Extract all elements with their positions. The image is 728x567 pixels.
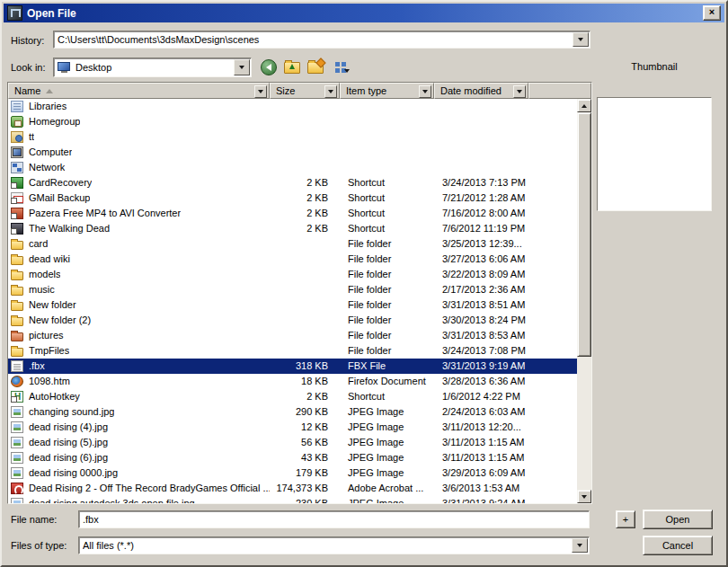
look-in-label: Look in: — [11, 58, 46, 76]
scrollbar-thumb[interactable] — [577, 112, 591, 357]
file-date-text: 3/24/2013 7:13 PM — [434, 175, 528, 190]
scroll-up-icon[interactable] — [577, 99, 591, 112]
file-date-text: 3/28/2013 6:36 AM — [434, 374, 528, 389]
history-dropdown-icon[interactable] — [573, 32, 589, 47]
firefox-icon — [11, 376, 23, 387]
look-in-combobox[interactable]: Desktop — [53, 58, 252, 77]
fbx-icon — [11, 360, 23, 372]
app-red-icon — [11, 208, 23, 219]
file-row[interactable]: Pazera Free MP4 to AVI Converter2 KBShor… — [8, 206, 577, 221]
file-name-text: pictures — [29, 328, 64, 343]
date-modified-column-filter-button[interactable] — [513, 85, 526, 98]
file-name-text: tt — [29, 129, 34, 145]
folder-icon — [11, 241, 23, 250]
size-column-filter-button[interactable] — [324, 85, 337, 98]
file-row[interactable]: Computer — [8, 145, 577, 160]
look-in-dropdown-icon[interactable] — [234, 59, 250, 75]
file-row[interactable]: cardFile folder3/25/2013 12:39... — [8, 236, 577, 252]
files-of-type-label: Files of type: — [11, 536, 67, 554]
close-button[interactable]: × — [703, 5, 721, 21]
file-size-text: 2 KB — [270, 206, 340, 221]
file-row[interactable]: tt — [8, 129, 577, 145]
desktop-icon — [58, 62, 71, 74]
file-date-text: 3/11/2013 1:15 AM — [434, 435, 528, 450]
open-button[interactable]: Open — [643, 509, 713, 529]
file-size-text: 43 KB — [270, 450, 340, 465]
file-row[interactable]: dead rising (6).jpg43 KBJPEG Image3/11/2… — [8, 450, 577, 465]
file-row[interactable]: musicFile folder2/17/2013 2:36 AM — [8, 282, 577, 297]
file-date-text: 3/6/2013 1:53 AM — [434, 481, 528, 496]
column-header-name[interactable]: Name — [8, 83, 270, 99]
libraries-icon — [11, 101, 23, 112]
folder-icon — [11, 348, 23, 357]
file-list: LibrariesHomegroupttComputerNetworkCardR… — [8, 99, 577, 503]
file-size-text: 18 KB — [270, 374, 340, 389]
new-folder-icon — [307, 62, 324, 74]
file-type-text: JPEG Image — [340, 465, 434, 481]
file-size-text: 318 KB — [270, 359, 340, 374]
file-size-text: 179 KB — [270, 465, 340, 481]
file-row[interactable]: Network — [8, 160, 577, 175]
column-header-date-modified[interactable]: Date modified — [434, 83, 528, 99]
homegroup-icon — [11, 116, 23, 128]
file-row[interactable]: picturesFile folder3/31/2013 8:53 AM — [8, 328, 577, 343]
files-of-type-dropdown-icon[interactable] — [572, 538, 588, 553]
scroll-down-icon[interactable] — [577, 490, 591, 503]
file-date-text: 7/16/2012 8:00 AM — [434, 206, 528, 221]
file-row[interactable]: Libraries — [8, 99, 577, 114]
file-row[interactable]: CardRecovery2 KBShortcut3/24/2013 7:13 P… — [8, 175, 577, 190]
file-row[interactable]: changing sound.jpg290 KBJPEG Image2/24/2… — [8, 404, 577, 420]
column-header-item-type[interactable]: Item type — [340, 83, 434, 99]
increment-filename-button[interactable]: + — [616, 510, 635, 528]
file-size-text: 12 KB — [270, 420, 340, 435]
files-of-type-value: All files (*.*) — [83, 538, 589, 554]
user-icon — [11, 131, 23, 143]
title-bar: Open File × — [4, 4, 724, 22]
up-one-level-button[interactable] — [282, 58, 302, 77]
file-row[interactable]: 1098.htm18 KBFirefox Document3/28/2013 6… — [8, 374, 577, 389]
history-combobox[interactable]: C:\Users\tt\Documents\3dsMaxDesign\scene… — [53, 31, 590, 49]
file-row[interactable]: AutoHotkey2 KBShortcut1/6/2012 4:22 PM — [8, 389, 577, 404]
file-row[interactable]: dead wikiFile folder3/27/2013 6:06 AM — [8, 252, 577, 267]
file-type-text: Shortcut — [340, 221, 434, 236]
file-type-text: File folder — [340, 328, 434, 343]
file-row[interactable]: dead rising autodesk 3ds open file.jpg23… — [8, 496, 577, 503]
file-date-text: 3/24/2013 7:08 PM — [434, 343, 528, 359]
file-row[interactable]: New folderFile folder3/31/2013 8:51 AM — [8, 297, 577, 313]
file-type-text: Shortcut — [340, 190, 434, 206]
go-back-button[interactable] — [259, 58, 279, 77]
file-name-input[interactable] — [78, 510, 590, 528]
file-row[interactable]: GMail Backup2 KBShortcut7/21/2012 1:28 A… — [8, 190, 577, 206]
file-row[interactable]: The Walking Dead2 KBShortcut7/6/2012 11:… — [8, 221, 577, 236]
file-row[interactable]: dead rising 0000.jpg179 KBJPEG Image3/29… — [8, 465, 577, 481]
view-menu-button[interactable] — [329, 58, 356, 77]
file-row[interactable]: Dead Rising 2 - Off The Record BradyGame… — [8, 481, 577, 496]
file-list-panel: Name Size Item type Date modified Librar… — [7, 82, 592, 504]
files-of-type-combobox[interactable]: All files (*.*) — [78, 536, 590, 554]
name-column-filter-button[interactable] — [254, 85, 267, 98]
file-size-text: 174,373 KB — [270, 481, 340, 496]
jpeg-icon — [11, 498, 23, 503]
item-type-column-filter-button[interactable] — [419, 85, 431, 98]
file-row[interactable]: TmpFilesFile folder3/24/2013 7:08 PM — [8, 343, 577, 359]
file-type-text: JPEG Image — [340, 404, 434, 420]
view-menu-dropdown-icon — [344, 69, 350, 73]
file-row[interactable]: modelsFile folder3/22/2013 8:09 AM — [8, 267, 577, 282]
file-name-text: card — [29, 236, 48, 252]
jpeg-icon — [11, 421, 23, 433]
column-header-size[interactable]: Size — [270, 83, 340, 99]
thumbnail-preview — [597, 97, 712, 211]
file-date-text: 2/24/2013 6:03 AM — [434, 404, 528, 420]
file-row[interactable]: New folder (2)File folder3/30/2013 8:24 … — [8, 313, 577, 328]
jpeg-icon — [11, 406, 23, 418]
file-date-text: 3/31/2013 9:19 AM — [434, 359, 528, 374]
file-row[interactable]: dead rising (4).jpg12 KBJPEG Image3/11/2… — [8, 420, 577, 435]
file-type-text: File folder — [340, 282, 434, 297]
create-new-folder-button[interactable] — [306, 58, 325, 77]
vertical-scrollbar[interactable] — [577, 99, 591, 503]
cancel-button[interactable]: Cancel — [643, 536, 713, 555]
up-folder-icon — [284, 62, 300, 74]
file-row[interactable]: .fbx318 KBFBX File3/31/2013 9:19 AM — [8, 359, 577, 374]
file-row[interactable]: Homegroup — [8, 114, 577, 129]
file-row[interactable]: dead rising (5).jpg56 KBJPEG Image3/11/2… — [8, 435, 577, 450]
